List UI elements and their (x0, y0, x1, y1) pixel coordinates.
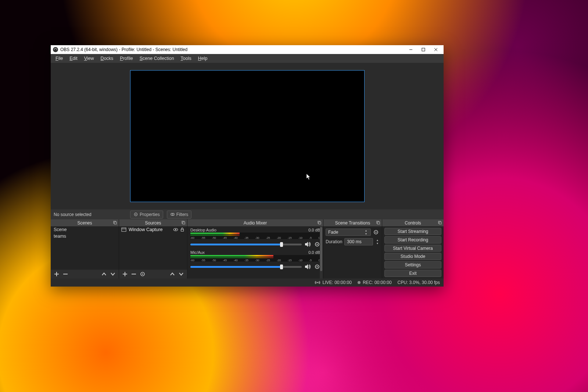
obs-window: OBS 27.2.4 (64-bit, windows) - Profile: … (51, 45, 444, 287)
mixer-scrollbar[interactable] (320, 226, 323, 278)
svg-rect-14 (183, 222, 185, 224)
move-scene-down-button[interactable] (109, 270, 116, 278)
svg-marker-27 (305, 242, 308, 247)
maximize-button[interactable] (417, 45, 430, 54)
mixer-channel: Desktop Audio0.0 dB-60-55-50-45-40-35-30… (190, 228, 320, 247)
undock-icon[interactable] (376, 220, 380, 225)
transitions-dock: Scene Transitions Fade ▴▾ Duration 300 m… (323, 219, 382, 278)
add-scene-button[interactable] (53, 270, 60, 278)
source-name: Window Capture (129, 227, 162, 232)
start-recording-button[interactable]: Start Recording (384, 236, 441, 244)
studio-mode-button[interactable]: Studio Mode (384, 253, 441, 260)
menu-file[interactable]: File (52, 55, 66, 62)
menu-tools[interactable]: Tools (178, 55, 195, 62)
lock-icon[interactable] (180, 227, 185, 232)
settings-button[interactable]: Settings (384, 261, 441, 269)
preview-canvas[interactable] (130, 70, 365, 202)
close-button[interactable] (430, 45, 442, 54)
scenes-list[interactable]: Sceneteams (51, 226, 119, 270)
move-source-down-button[interactable] (178, 270, 185, 278)
gear-icon[interactable] (314, 241, 320, 247)
duration-value: 300 ms (347, 239, 361, 244)
transition-selected-label: Fade (328, 230, 338, 235)
record-dot-icon (358, 281, 361, 284)
svg-point-36 (375, 231, 376, 233)
rec-text: REC: 00:00:00 (363, 280, 392, 285)
mixer-title: Audio Mixer (244, 220, 267, 226)
window-title: OBS 27.2.4 (64-bit, windows) - Profile: … (60, 47, 405, 52)
menu-view[interactable]: View (81, 55, 97, 62)
move-scene-up-button[interactable] (100, 270, 108, 278)
duration-input[interactable]: 300 ms (344, 238, 373, 245)
scene-item[interactable]: teams (51, 233, 119, 240)
undock-icon[interactable] (113, 220, 117, 225)
menu-scene-collection[interactable]: Scene Collection (136, 55, 178, 62)
svg-rect-19 (181, 229, 184, 231)
transition-select[interactable]: Fade ▴▾ (326, 229, 371, 236)
chevron-updown-icon: ▴▾ (364, 229, 368, 235)
svg-point-24 (142, 273, 143, 274)
audio-mixer-dock: Audio Mixer Desktop Audio0.0 dB-60-55-50… (187, 219, 323, 278)
channel-level: 0.0 dB (308, 228, 320, 232)
status-bar: LIVE: 00:00:00 REC: 00:00:00 CPU: 3.0%, … (51, 278, 444, 287)
start-virtual-camera-button[interactable]: Start Virtual Camera (384, 245, 441, 252)
sources-toolbar (119, 270, 187, 278)
volume-slider[interactable] (190, 266, 302, 268)
properties-label: Properties (140, 212, 160, 217)
undock-icon[interactable] (181, 220, 186, 225)
channel-name: Mic/Aux (190, 250, 205, 255)
svg-rect-38 (439, 222, 441, 224)
exit-button[interactable]: Exit (384, 270, 441, 277)
add-source-button[interactable] (121, 270, 129, 278)
svg-point-32 (316, 266, 318, 267)
svg-marker-30 (305, 264, 308, 269)
sources-title: Sources (145, 220, 161, 226)
transition-settings-button[interactable] (372, 229, 380, 236)
mixer-header: Audio Mixer (187, 219, 323, 226)
source-item[interactable]: Window Capture (119, 226, 187, 233)
filters-button[interactable]: Filters (167, 211, 192, 219)
speaker-icon[interactable] (305, 264, 311, 270)
sources-header: Sources (119, 219, 187, 226)
scenes-dock: Scenes Sceneteams (51, 219, 119, 278)
volume-slider[interactable] (190, 244, 302, 245)
sources-list[interactable]: Window Capture (119, 226, 187, 270)
remove-source-button[interactable] (130, 270, 137, 278)
menu-docks[interactable]: Docks (97, 55, 117, 62)
menu-help[interactable]: Help (195, 55, 211, 62)
channel-level: 0.0 dB (308, 250, 320, 255)
no-source-label: No source selected (53, 212, 126, 217)
volume-meter: -60-55-50-45-40-35-30-25-20-15-10-50 (190, 255, 320, 262)
eye-icon[interactable] (173, 227, 178, 232)
start-streaming-button[interactable]: Start Streaming (384, 228, 441, 235)
move-source-up-button[interactable] (169, 270, 176, 278)
source-settings-button[interactable] (139, 270, 146, 278)
svg-point-39 (317, 282, 318, 283)
mixer-body: Desktop Audio0.0 dB-60-55-50-45-40-35-30… (187, 226, 323, 278)
controls-dock: Controls Start StreamingStart RecordingS… (382, 219, 444, 278)
speaker-icon[interactable] (305, 241, 311, 247)
volume-meter: -60-55-50-45-40-35-30-25-20-15-10-50 (190, 233, 320, 239)
channel-name: Desktop Audio (190, 228, 216, 232)
scenes-toolbar (51, 270, 119, 278)
dock-strip: Scenes Sceneteams Sources Window Capture (51, 219, 444, 278)
menu-profile[interactable]: Profile (116, 55, 136, 62)
rec-status: REC: 00:00:00 (358, 280, 392, 285)
window-icon (121, 227, 126, 232)
undock-icon[interactable] (317, 220, 322, 225)
svg-point-18 (175, 229, 176, 230)
undock-icon[interactable] (438, 220, 442, 225)
remove-scene-button[interactable] (62, 270, 69, 278)
svg-rect-34 (377, 222, 380, 224)
menu-edit[interactable]: Edit (66, 55, 81, 62)
cpu-status: CPU: 3.0%, 30.00 fps (398, 280, 440, 285)
spin-updown-icon[interactable]: ▴▾ (375, 238, 380, 245)
menubar: FileEditViewDocksProfileScene Collection… (51, 54, 444, 63)
cursor-icon (306, 173, 311, 181)
gear-icon[interactable] (314, 264, 320, 270)
properties-button[interactable]: Properties (130, 211, 163, 219)
minimize-button[interactable] (405, 45, 417, 54)
scene-item[interactable]: Scene (51, 226, 119, 233)
obs-app-icon (53, 47, 58, 52)
scenes-title: Scenes (77, 220, 92, 226)
